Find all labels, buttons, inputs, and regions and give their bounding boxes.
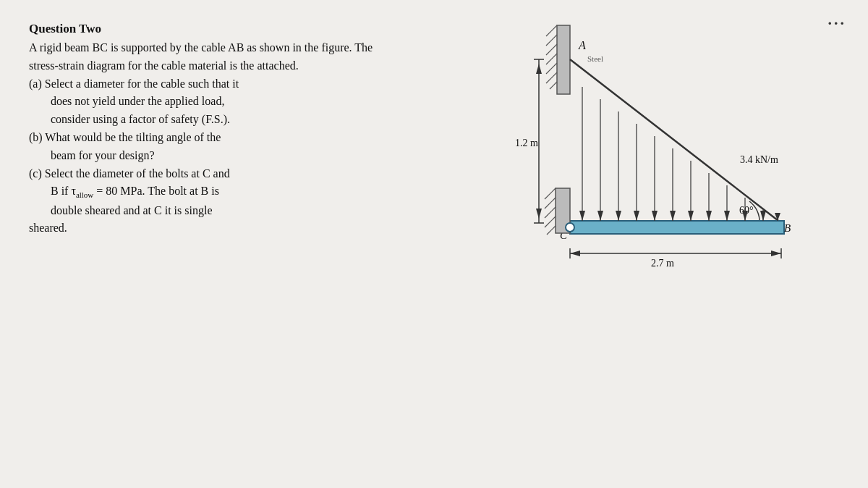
distributed-load-label: 3.4 kN/m xyxy=(740,154,778,165)
question-title: Question Two xyxy=(29,22,376,36)
vertical-dim-label: 1.2 m xyxy=(515,138,538,148)
diagram-svg: A Steel 60° 3.4 kN/m 1.2 m xyxy=(405,22,825,333)
part-c-line2: B if τallow = 80 MPa. The bolt at B is xyxy=(29,182,376,201)
wall-hatch-3 xyxy=(546,44,557,55)
wall-c-hatch-3 xyxy=(545,207,556,218)
svg-marker-9 xyxy=(652,211,658,221)
subscript-allow: allow xyxy=(76,191,93,200)
wall-c-hatch-2 xyxy=(545,198,556,209)
pin-c xyxy=(566,223,574,232)
svg-marker-21 xyxy=(760,211,766,221)
part-c-line4: sheared. xyxy=(29,222,67,234)
intro-text: A rigid beam BC is supported by the cabl… xyxy=(29,41,373,72)
point-a-label: A xyxy=(578,39,586,51)
vertical-dim-arrow-down xyxy=(536,64,542,74)
question-text-section: Question Two A rigid beam BC is supporte… xyxy=(29,22,391,466)
part-c-line3: double sheared and at C it is single xyxy=(29,202,376,220)
point-b-label: B xyxy=(784,222,791,234)
part-b-line2: beam for your design? xyxy=(29,147,376,165)
part-a-line1: (a) Select a diameter for the cable such… xyxy=(29,77,239,90)
steel-label: Steel xyxy=(587,54,603,63)
svg-marker-11 xyxy=(670,211,676,221)
part-c-line1: (c) Select the diameter of the bolts at … xyxy=(29,167,230,180)
horizontal-dim-label: 2.7 m xyxy=(651,258,674,269)
svg-marker-7 xyxy=(634,211,639,221)
cable-ab xyxy=(570,59,781,223)
wall-hatch-2 xyxy=(546,35,557,46)
wall-hatch-7 xyxy=(550,82,557,89)
beam-bc xyxy=(570,221,784,234)
wall-top xyxy=(557,25,570,94)
svg-marker-13 xyxy=(688,211,694,221)
wall-hatch-5 xyxy=(546,63,557,74)
wall-hatch-1 xyxy=(546,25,557,36)
svg-marker-1 xyxy=(579,211,585,221)
svg-marker-3 xyxy=(597,211,603,221)
part-a-line2: does not yield under the applied load, xyxy=(29,93,376,111)
part-b-line1: (b) What would be the tilting angle of t… xyxy=(29,131,221,143)
svg-marker-19 xyxy=(742,211,748,221)
svg-marker-15 xyxy=(706,211,712,221)
page: ... Question Two A rigid beam BC is supp… xyxy=(0,0,868,488)
wall-hatch-6 xyxy=(546,72,557,83)
wall-hatch-4 xyxy=(546,54,557,64)
wall-c-hatch-1 xyxy=(545,188,556,199)
vertical-dim-arrow-up xyxy=(536,209,542,219)
wall-c-hatch-5 xyxy=(547,226,556,235)
svg-marker-5 xyxy=(616,211,621,221)
horiz-dim-arrow-right xyxy=(771,251,781,256)
question-body: A rigid beam BC is supported by the cabl… xyxy=(29,39,376,237)
part-a-line3: consider using a factor of safety (F.S.)… xyxy=(29,111,376,129)
wall-c-hatch-4 xyxy=(545,216,556,227)
horiz-dim-arrow-left xyxy=(570,251,580,256)
svg-marker-17 xyxy=(724,211,730,221)
diagram-section: A Steel 60° 3.4 kN/m 1.2 m xyxy=(391,22,839,466)
